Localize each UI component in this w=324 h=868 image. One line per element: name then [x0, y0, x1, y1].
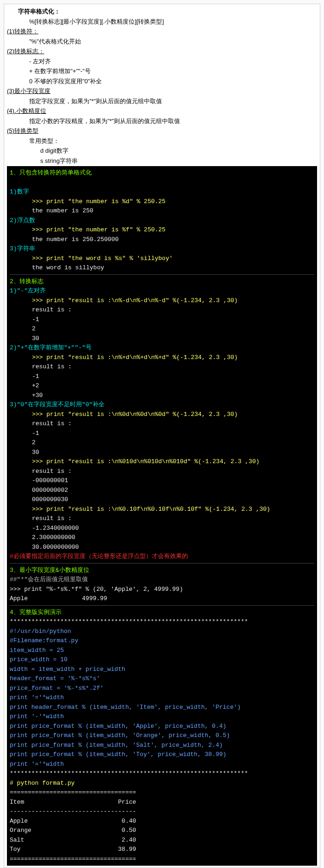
- code-line: price_format = '%-*s%*.2f': [10, 684, 314, 693]
- python-output: result is :: [10, 467, 314, 476]
- terminal-block-3: 3、最小字段宽度&小数精度位 ##"*"会在后面值元组里取值 >>> print…: [10, 563, 314, 603]
- section-1-line: "%"代表格式化开始: [7, 37, 317, 46]
- code-line: header_format = '%-*s%*s': [10, 674, 314, 683]
- python-cmd: >>> print "the word is %s" % 'sillyboy': [10, 254, 314, 263]
- sub-heading: 3)"0"在字段宽度不足时用"0"补全: [10, 400, 314, 409]
- python-output: -1: [10, 315, 314, 324]
- code-line: width = item_width + price_width: [10, 665, 314, 674]
- python-output: result is :: [10, 305, 314, 315]
- python-output: 0000000002: [10, 486, 314, 495]
- section-2-title: (2)转换标志：: [7, 47, 317, 56]
- python-output: the number is 250.250000: [10, 235, 314, 244]
- sub-heading: 2)"+"在数字前增加"+""-"号: [10, 343, 314, 353]
- section-2-line: + 在数字前增加"+""-"号: [7, 67, 317, 76]
- section-5-line: s string字符串: [7, 156, 317, 166]
- code-line: print price_format % (item_width, 'Salt'…: [10, 741, 314, 750]
- code-line: item_width = 25: [10, 646, 314, 655]
- sub-heading: 1)"-"左对齐: [10, 286, 314, 296]
- python-output: Apple 4999.99: [10, 594, 314, 603]
- blank: [10, 178, 314, 187]
- terminal-block-2: 2、转换标志 1)"-"左对齐 >>> print "result is :\n…: [10, 274, 314, 561]
- code-line: print '='*width: [10, 693, 314, 702]
- code-line: print header_format % (item_width, 'Item…: [10, 703, 314, 712]
- sub-heading: 3)字符串: [10, 244, 314, 254]
- output-line: -----------------------------------: [10, 807, 314, 816]
- section-4-line: 指定小数的字段精度，如果为"*"则从后面的值元组中取值: [7, 117, 317, 126]
- divider: ****************************************…: [10, 617, 314, 626]
- section-3-line: 指定字段宽度，如果为"*"则从后面的值元组中取值: [7, 97, 317, 106]
- shell-cmd: # python format.py: [10, 779, 314, 788]
- output-line: ===================================: [10, 855, 314, 864]
- output-line: Orange 0.50: [10, 826, 314, 835]
- python-cmd: >>> print "the number is %f" % 250.25: [10, 225, 314, 235]
- python-output: +2: [10, 381, 314, 391]
- code-line: #!/usr/bin/python: [10, 627, 314, 636]
- python-output: 30.0000000000: [10, 543, 314, 552]
- python-output: -1.2340000000: [10, 524, 314, 533]
- doc-title: 字符串格式化：: [7, 7, 317, 16]
- output-line: Apple 0.40: [10, 817, 314, 826]
- divider: ****************************************…: [10, 769, 314, 778]
- python-cmd: >>> print "result is :\n%0d\n%0d\n%0d" %…: [10, 410, 314, 419]
- code-line: print '-'*width: [10, 712, 314, 721]
- python-cmd: >>> print "result is :\n%+d\n%+d\n%+d" %…: [10, 353, 314, 362]
- terminal-block-4: 4、完整版实例演示 ******************************…: [10, 605, 314, 864]
- section-2-line: 0 不够的字段宽度用"0"补全: [7, 77, 317, 86]
- output-line: Item Price: [10, 798, 314, 807]
- python-output: -000000001: [10, 476, 314, 485]
- python-output: 30: [10, 448, 314, 457]
- python-cmd: >>> print "result is :\n%-d\n%-d\n%-d" %…: [10, 296, 314, 305]
- python-output: 30: [10, 334, 314, 343]
- python-output: +30: [10, 391, 314, 400]
- section-4-title: (4).小数精度位: [7, 106, 317, 116]
- section-5-line: 常用类型：: [7, 136, 317, 146]
- python-cmd: >>> print "%-*s%.*f" % (20, 'Apple', 2, …: [10, 585, 314, 594]
- python-output: 2: [10, 438, 314, 447]
- output-line: ===================================: [10, 788, 314, 797]
- python-output: the number is 250: [10, 206, 314, 216]
- note: ##"*"会在后面值元组里取值: [10, 575, 314, 584]
- python-output: 0000000030: [10, 495, 314, 504]
- section-5-title: (5)转换类型: [7, 126, 317, 136]
- section-2-line: - 左对齐: [7, 57, 317, 66]
- python-output: result is :: [10, 514, 314, 523]
- block-title: 4、完整版实例演示: [10, 608, 314, 617]
- block-title: 1、只包含转换符的简单格式化: [10, 168, 314, 178]
- python-output: result is :: [10, 419, 314, 428]
- code-line: print price_format % (item_width, 'Toy',…: [10, 750, 314, 759]
- section-5-line: d digit数字: [7, 146, 317, 155]
- document-container: 字符串格式化： %[转换标志][最小字段宽度][.小数精度位][转换类型] (1…: [4, 4, 320, 868]
- block-title: 2、转换标志: [10, 277, 314, 286]
- python-cmd: >>> print "the number is %d" % 250.25: [10, 197, 314, 206]
- sub-heading: 2)浮点数: [10, 216, 314, 225]
- python-cmd: >>> print "result is :\n%010d\n%010d\n%0…: [10, 457, 314, 466]
- output-line: Toy 38.99: [10, 845, 314, 854]
- block-title: 3、最小字段宽度&小数精度位: [10, 566, 314, 575]
- python-output: 2: [10, 324, 314, 334]
- warning-note: #必须要指定后面的字段宽度（无论整形还是浮点型）才会有效果的: [10, 552, 314, 561]
- code-line: price_width = 10: [10, 655, 314, 664]
- python-output: result is :: [10, 362, 314, 372]
- output-line: Salt 2.40: [10, 836, 314, 845]
- code-line: print price_format % (item_width, 'Orang…: [10, 731, 314, 740]
- python-output: 2.3000000000: [10, 533, 314, 542]
- python-output: -1: [10, 372, 314, 381]
- python-output: -1: [10, 429, 314, 438]
- code-line: print '='*width: [10, 760, 314, 769]
- format-syntax: %[转换标志][最小字段宽度][.小数精度位][转换类型]: [7, 17, 317, 26]
- code-line: #Filename:format.py: [10, 636, 314, 645]
- python-output: the word is sillyboy: [10, 263, 314, 273]
- section-1-title: (1)转换符：: [7, 27, 317, 36]
- section-3-title: (3)最小字段宽度: [7, 87, 317, 96]
- terminal-block-1: 1、只包含转换符的简单格式化 1)数字 >>> print "the numbe…: [7, 166, 317, 866]
- code-line: print price_format % (item_width, 'Apple…: [10, 722, 314, 731]
- python-cmd: >>> print "result is :\n%0.10f\n%0.10f\n…: [10, 505, 314, 514]
- sub-heading: 1)数字: [10, 187, 314, 197]
